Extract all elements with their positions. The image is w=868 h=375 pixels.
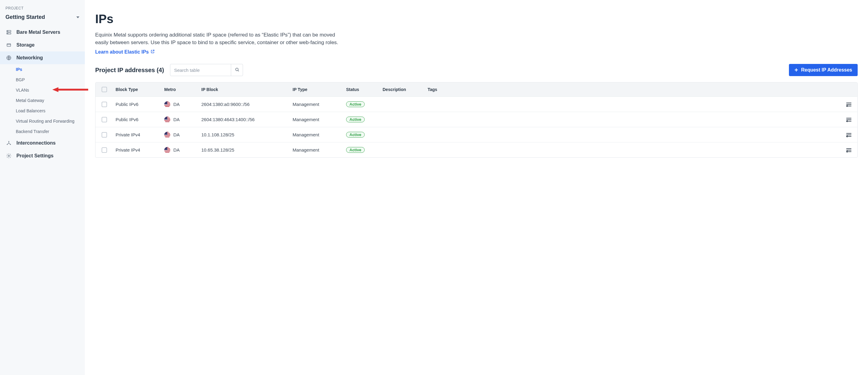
col-block-type: Block Type xyxy=(113,87,162,92)
col-ip-type: IP Type xyxy=(290,87,344,92)
subnav-label: VLANs xyxy=(16,88,29,92)
sidebar-item-interconnections[interactable]: Interconnections xyxy=(0,137,85,149)
search-button[interactable] xyxy=(231,64,243,76)
sidebar-item-storage[interactable]: Storage xyxy=(0,39,85,52)
search-icon xyxy=(235,67,240,73)
row-actions-icon[interactable] xyxy=(846,102,852,107)
sidebar-item-label: Storage xyxy=(17,42,35,48)
arrow-annotation-icon xyxy=(52,86,89,94)
cell-ip-type: Management xyxy=(290,132,344,137)
table-row: Public IPv6 DA 2604:1380:4643:1400::/56 … xyxy=(95,112,857,127)
subnav-label: Backend Transfer xyxy=(16,129,49,134)
storage-icon xyxy=(6,42,11,48)
table-row: Private IPv4 DA 10.65.38.128/25 Manageme… xyxy=(95,142,857,157)
flag-us-icon xyxy=(164,132,170,138)
status-badge: Active xyxy=(346,117,365,122)
subnav-label: IPs xyxy=(16,67,22,72)
cell-ip-block: 10.65.38.128/25 xyxy=(199,147,290,152)
cell-metro: DA xyxy=(173,117,180,122)
servers-icon xyxy=(6,30,11,35)
status-badge: Active xyxy=(346,132,365,138)
ip-table: Block Type Metro IP Block IP Type Status… xyxy=(95,82,858,158)
subnav-label: Load Balancers xyxy=(16,108,45,113)
sidebar-item-label: Networking xyxy=(17,55,43,61)
status-badge: Active xyxy=(346,147,365,153)
networking-icon xyxy=(6,55,11,61)
select-all-checkbox[interactable] xyxy=(101,87,107,92)
row-checkbox[interactable] xyxy=(101,147,107,153)
subnav-bgp[interactable]: BGP xyxy=(16,75,85,85)
cell-block-type: Private IPv4 xyxy=(113,147,162,152)
flag-us-icon xyxy=(164,102,170,108)
main-content: IPs Equinix Metal supports ordering addi… xyxy=(85,0,868,375)
subnav-vlans[interactable]: VLANs xyxy=(16,85,85,95)
row-checkbox[interactable] xyxy=(101,132,107,138)
subnav-ips[interactable]: IPs xyxy=(16,64,85,75)
svg-rect-4 xyxy=(7,44,11,47)
interconnections-icon xyxy=(6,140,11,146)
subnav-metal-gateway[interactable]: Metal Gateway xyxy=(16,95,85,106)
subnav-backend-transfer[interactable]: Backend Transfer xyxy=(16,126,85,137)
svg-marker-7 xyxy=(52,87,58,92)
svg-point-12 xyxy=(236,68,239,70)
cell-ip-block: 2604:1380:4643:1400::/56 xyxy=(199,117,290,122)
gear-icon xyxy=(6,153,11,158)
row-actions-icon[interactable] xyxy=(846,117,852,122)
external-link-icon xyxy=(151,49,155,55)
subnav-label: Metal Gateway xyxy=(16,98,44,103)
col-tags: Tags xyxy=(425,87,839,92)
sidebar-item-project-settings[interactable]: Project Settings xyxy=(0,149,85,162)
svg-point-8 xyxy=(8,141,9,142)
svg-line-13 xyxy=(238,70,239,71)
plus-icon: + xyxy=(795,67,798,73)
subnav-label: BGP xyxy=(16,77,25,82)
col-metro: Metro xyxy=(162,87,199,92)
cell-ip-block: 2604:1380:a0:9600::/56 xyxy=(199,102,290,107)
table-header: Block Type Metro IP Block IP Type Status… xyxy=(95,83,857,96)
learn-link-text: Learn about Elastic IPs xyxy=(95,49,149,55)
svg-point-11 xyxy=(8,155,10,157)
row-checkbox[interactable] xyxy=(101,102,107,107)
search-wrap xyxy=(170,64,243,76)
table-row: Public IPv6 DA 2604:1380:a0:9600::/56 Ma… xyxy=(95,96,857,112)
cell-metro: DA xyxy=(173,102,180,107)
sidebar-item-label: Project Settings xyxy=(17,153,54,158)
button-label: Request IP Addresses xyxy=(801,67,852,73)
chevron-down-icon xyxy=(76,17,80,18)
cell-block-type: Private IPv4 xyxy=(113,132,162,137)
sidebar-item-networking[interactable]: Networking xyxy=(0,52,85,64)
sidebar: PROJECT Getting Started Bare Metal Serve… xyxy=(0,0,85,375)
sidebar-item-label: Bare Metal Servers xyxy=(17,30,60,35)
col-description: Description xyxy=(380,87,425,92)
svg-point-2 xyxy=(8,31,8,32)
section-heading: Project IP addresses (4) xyxy=(95,67,164,74)
toolbar: Project IP addresses (4) + Request IP Ad… xyxy=(95,64,858,76)
row-actions-icon[interactable] xyxy=(846,133,852,137)
col-ip-block: IP Block xyxy=(199,87,290,92)
cell-metro: DA xyxy=(173,132,180,137)
cell-metro: DA xyxy=(173,147,180,152)
project-label: PROJECT xyxy=(0,6,85,12)
project-name: Getting Started xyxy=(5,14,45,20)
project-selector[interactable]: Getting Started xyxy=(0,12,85,26)
cell-ip-block: 10.1.108.128/25 xyxy=(199,132,290,137)
subnav-label: Virtual Routing and Forwarding xyxy=(16,119,74,123)
page-description: Equinix Metal supports ordering addition… xyxy=(95,31,345,46)
subnav-load-balancers[interactable]: Load Balancers xyxy=(16,106,85,116)
learn-link[interactable]: Learn about Elastic IPs xyxy=(95,49,155,55)
flag-us-icon xyxy=(164,117,170,123)
status-badge: Active xyxy=(346,102,365,107)
cell-ip-type: Management xyxy=(290,102,344,107)
sidebar-item-label: Interconnections xyxy=(17,140,56,146)
subnav-vrf[interactable]: Virtual Routing and Forwarding xyxy=(16,116,85,126)
row-actions-icon[interactable] xyxy=(846,148,852,152)
networking-subnav: IPs BGP VLANs Metal Gateway Load Balance… xyxy=(0,64,85,137)
row-checkbox[interactable] xyxy=(101,117,107,122)
request-ip-button[interactable]: + Request IP Addresses xyxy=(789,64,858,76)
sidebar-item-servers[interactable]: Bare Metal Servers xyxy=(0,26,85,39)
page-title: IPs xyxy=(95,12,858,26)
col-status: Status xyxy=(344,87,380,92)
cell-block-type: Public IPv6 xyxy=(113,117,162,122)
cell-ip-type: Management xyxy=(290,147,344,152)
cell-ip-type: Management xyxy=(290,117,344,122)
